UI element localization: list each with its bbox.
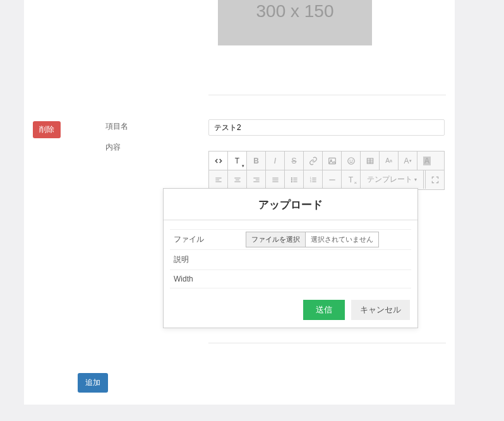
submit-button[interactable]: 送信 (303, 300, 345, 320)
hr-icon[interactable] (323, 170, 342, 189)
svg-point-23 (291, 179, 292, 180)
divider (208, 95, 446, 95)
fullscreen-icon[interactable] (425, 170, 444, 189)
placeholder-text: 300 x 150 (256, 1, 334, 21)
modal-title: アップロード (164, 189, 417, 220)
template-dropdown[interactable]: テンプレート ▾ (361, 170, 424, 189)
italic-icon[interactable]: I (266, 151, 285, 170)
file-choose-button[interactable]: ファイルを選択 (246, 232, 306, 247)
desc-label: 説明 (170, 250, 246, 270)
svg-rect-0 (328, 158, 335, 163)
field-name-label: 項目名 (105, 121, 128, 132)
font-size-icon[interactable]: Aa (380, 151, 399, 170)
svg-point-25 (291, 181, 292, 182)
link-icon[interactable] (304, 151, 323, 170)
ol-icon[interactable]: 123 (304, 170, 323, 189)
field-name-input[interactable] (208, 119, 445, 136)
divider (208, 343, 446, 343)
toolbar-row-1: T▾ B I S Aa A▾ A (209, 151, 444, 170)
emoji-icon[interactable] (342, 151, 361, 170)
image-icon[interactable] (323, 151, 342, 170)
modal-body: ファイル ファイルを選択選択されていません 説明 Width (164, 220, 417, 292)
align-center-icon[interactable] (228, 170, 247, 189)
align-justify-icon[interactable] (266, 170, 285, 189)
align-right-icon[interactable] (247, 170, 266, 189)
ul-icon[interactable] (285, 170, 304, 189)
content-label: 内容 (105, 142, 121, 153)
form-row: 削除 項目名 内容 T▾ B I S Aa A▾ A (33, 121, 446, 138)
strike-icon[interactable]: S (285, 151, 304, 170)
font-bg-icon[interactable]: A (417, 151, 436, 170)
svg-text:3: 3 (309, 181, 311, 183)
bold-icon[interactable]: B (247, 151, 266, 170)
svg-point-3 (349, 160, 350, 160)
width-input-cell[interactable] (246, 270, 411, 288)
clear-format-icon[interactable]: T× (342, 170, 361, 189)
modal-footer: 送信 キャンセル (164, 292, 417, 328)
width-label: Width (170, 270, 246, 288)
table-icon[interactable] (361, 151, 380, 170)
editor-toolbar: T▾ B I S Aa A▾ A 123 T× (208, 151, 445, 190)
image-placeholder: 300 x 150 (218, 0, 372, 45)
add-button[interactable]: 追加 (78, 373, 108, 393)
text-style-icon[interactable]: T▾ (228, 151, 247, 170)
font-family-icon[interactable]: A▾ (399, 151, 417, 170)
upload-modal: アップロード ファイル ファイルを選択選択されていません 説明 Width 送信… (163, 188, 418, 328)
svg-point-2 (347, 157, 354, 164)
desc-input-cell[interactable] (246, 250, 411, 270)
align-left-icon[interactable] (209, 170, 228, 189)
delete-button[interactable]: 削除 (33, 121, 61, 138)
file-status: 選択されていません (306, 232, 379, 247)
toolbar-row-2: 123 T× テンプレート ▾ (209, 170, 444, 189)
svg-point-21 (291, 177, 292, 178)
cancel-button[interactable]: キャンセル (351, 300, 410, 320)
code-icon[interactable] (209, 151, 228, 170)
file-label: ファイル (170, 230, 246, 250)
svg-point-4 (352, 160, 352, 160)
